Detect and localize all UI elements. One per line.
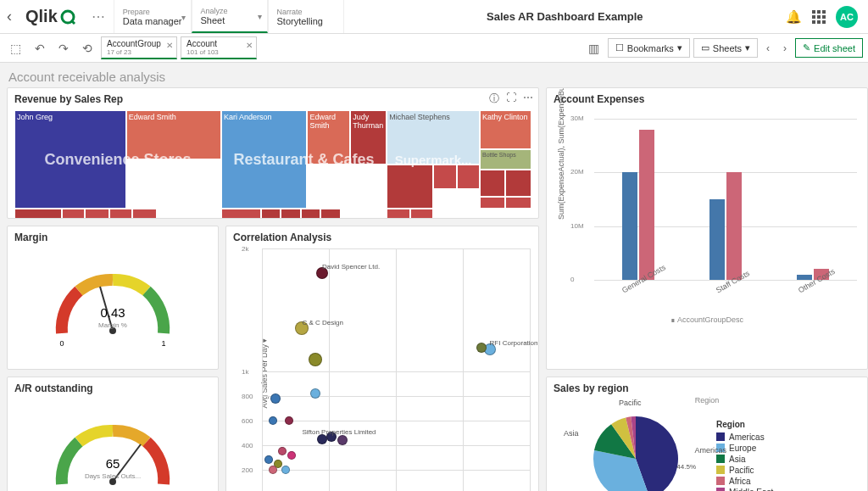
selection-tool-icon[interactable]: ⬚ bbox=[5, 38, 26, 59]
treemap-cell[interactable]: Kathy Clinton bbox=[480, 110, 531, 149]
treemap-cell[interactable]: Judy Thurman bbox=[350, 110, 387, 165]
bar[interactable] bbox=[639, 130, 654, 280]
legend-item[interactable]: Americas bbox=[716, 432, 773, 442]
treemap-cell[interactable] bbox=[281, 209, 300, 219]
scatter-point[interactable] bbox=[287, 451, 296, 460]
bell-icon[interactable]: 🔔 bbox=[786, 9, 802, 25]
brand-logo[interactable]: Qlik bbox=[19, 7, 83, 26]
treemap-cell[interactable]: John Greg bbox=[14, 110, 126, 209]
treemap-cell[interactable] bbox=[221, 209, 261, 219]
back-button[interactable]: ‹ bbox=[0, 8, 19, 25]
treemap-cell[interactable]: Edward Smith bbox=[307, 110, 350, 165]
nav-tabs: Prepare Data manager ▾ Analyze Sheet ▾ N… bbox=[114, 0, 344, 33]
svg-text:Days Sales Outs...: Days Sales Outs... bbox=[85, 472, 141, 480]
info-icon[interactable]: ⓘ bbox=[489, 92, 499, 106]
dashboard-title: Sales AR Dashboard Example bbox=[344, 10, 786, 23]
selections-toolbar: ⬚ ↶ ↷ ⟲ AccountGroup 17 of 23 ✕ Account … bbox=[0, 34, 868, 63]
scatter-point[interactable] bbox=[269, 416, 277, 425]
treemap-cell[interactable]: Michael Stephens bbox=[387, 110, 480, 165]
bar[interactable] bbox=[726, 172, 742, 280]
margin-gauge: 0.43 Margin % 0 1 bbox=[41, 253, 185, 354]
treemap-cell[interactable]: Kari Anderson bbox=[221, 110, 307, 209]
treemap-cell[interactable] bbox=[457, 165, 480, 189]
treemap-cell[interactable] bbox=[387, 165, 433, 209]
card-title: Account Expenses bbox=[547, 88, 867, 110]
tab-analyze[interactable]: Analyze Sheet ▾ bbox=[192, 0, 268, 33]
scatter-point[interactable] bbox=[278, 447, 287, 455]
legend-item[interactable]: Middle East bbox=[716, 488, 773, 492]
treemap-cell[interactable]: Edward Smith bbox=[126, 110, 221, 159]
clear-selections-icon[interactable]: ⟲ bbox=[77, 38, 97, 59]
treemap-cell[interactable] bbox=[320, 209, 340, 219]
step-back-icon[interactable]: ↶ bbox=[30, 38, 50, 59]
next-sheet-button[interactable]: › bbox=[778, 39, 792, 58]
scatter-point[interactable] bbox=[285, 416, 293, 425]
scatter-plot[interactable]: 2004006008001k1.2k1.4k1.6k1.8k2k050k100k… bbox=[262, 248, 530, 491]
more-icon[interactable]: ⋯ bbox=[83, 8, 114, 25]
selection-account[interactable]: Account 101 of 103 ✕ bbox=[181, 36, 257, 59]
tab-narrate[interactable]: Narrate Storytelling bbox=[268, 0, 344, 33]
legend-item[interactable]: Asia bbox=[716, 455, 773, 464]
treemap-cell[interactable] bbox=[505, 170, 531, 197]
card-title: Correlation Analysis bbox=[226, 226, 538, 248]
treemap-cell[interactable] bbox=[132, 209, 157, 219]
qlik-q-icon bbox=[59, 8, 76, 25]
scatter-point[interactable] bbox=[337, 435, 348, 445]
account-expenses-card[interactable]: Account Expenses Sum(ExpenseActual), Sum… bbox=[546, 87, 868, 370]
close-icon[interactable]: ✕ bbox=[166, 41, 173, 50]
card-title: A/R outstanding bbox=[8, 377, 218, 399]
treemap-cell[interactable]: Bottle Shops bbox=[480, 149, 531, 169]
pie-chart[interactable]: Americas 44.5% Europe 33.7% Asia Pacific bbox=[581, 404, 691, 491]
ar-outstanding-card[interactable]: A/R outstanding 65 Days Sales Outs... 0 … bbox=[7, 377, 219, 491]
sheets-button[interactable]: ▭ Sheets ▾ bbox=[693, 38, 758, 58]
chevron-down-icon: ▾ bbox=[181, 12, 186, 21]
treemap-cell[interactable] bbox=[480, 170, 506, 197]
svg-text:0.43: 0.43 bbox=[100, 305, 125, 320]
treemap-cell[interactable] bbox=[410, 209, 433, 219]
ar-gauge: 65 Days Sales Outs... 0 100 bbox=[41, 404, 185, 491]
scatter-point[interactable] bbox=[309, 353, 322, 366]
bar[interactable] bbox=[622, 172, 637, 280]
treemap-cell[interactable] bbox=[387, 209, 409, 219]
more-icon[interactable]: ⋯ bbox=[523, 92, 533, 106]
y-axis-label: Sum(ExpenseActual), Sum(ExpenseBudget) bbox=[557, 204, 565, 220]
treemap-cell[interactable] bbox=[301, 209, 320, 219]
close-icon[interactable]: ✕ bbox=[246, 41, 253, 50]
scatter-point[interactable] bbox=[270, 393, 281, 404]
legend-item[interactable]: Pacific bbox=[716, 466, 773, 475]
treemap-cell[interactable] bbox=[109, 209, 132, 219]
insight-icon[interactable]: ▥ bbox=[583, 38, 604, 59]
apps-grid-icon[interactable] bbox=[812, 10, 826, 24]
dashboard-grid: Revenue by Sales Rep ⓘ ⛶ ⋯ John Greg Edw… bbox=[0, 87, 868, 491]
expenses-bar-chart[interactable]: Sum(ExpenseActual), Sum(ExpenseBudget) 3… bbox=[547, 110, 867, 314]
treemap-chart[interactable]: John Greg Edward Smith Convenience Store… bbox=[14, 110, 531, 209]
bar[interactable] bbox=[709, 199, 725, 280]
scatter-point[interactable] bbox=[269, 466, 277, 474]
edit-sheet-button[interactable]: ✎ Edit sheet bbox=[795, 38, 863, 58]
avatar[interactable]: AC bbox=[836, 6, 858, 28]
margin-gauge-card[interactable]: Margin 0.43 Margin % 0 1 bbox=[7, 226, 219, 370]
scatter-annotation: C & C Design bbox=[302, 319, 342, 326]
step-forward-icon[interactable]: ↷ bbox=[53, 38, 74, 59]
treemap-cell[interactable] bbox=[480, 197, 506, 209]
treemap-cell[interactable] bbox=[62, 209, 85, 219]
pie-legend: Region AmericasEuropeAsiaPacificAfricaMi… bbox=[716, 420, 773, 492]
treemap-cell[interactable] bbox=[261, 209, 281, 219]
correlation-card[interactable]: Correlation Analysis Avg Sales Per Day ▾… bbox=[225, 226, 539, 491]
treemap-cell[interactable] bbox=[433, 165, 456, 189]
revenue-treemap-card[interactable]: Revenue by Sales Rep ⓘ ⛶ ⋯ John Greg Edw… bbox=[7, 87, 539, 219]
bookmarks-button[interactable]: ☐ Bookmarks ▾ bbox=[608, 38, 690, 58]
selection-accountgroup[interactable]: AccountGroup 17 of 23 ✕ bbox=[101, 36, 177, 59]
sales-region-card[interactable]: Sales by region Region Americas 44.5% Eu… bbox=[546, 377, 868, 491]
x-axis-label: AccountGroupDesc bbox=[677, 315, 743, 324]
fullscreen-icon[interactable]: ⛶ bbox=[506, 92, 516, 106]
legend-item[interactable]: Africa bbox=[716, 477, 773, 486]
prev-sheet-button[interactable]: ‹ bbox=[761, 39, 775, 58]
brand-text: Qlik bbox=[25, 7, 58, 26]
top-bar: ‹ Qlik ⋯ Prepare Data manager ▾ Analyze … bbox=[0, 0, 868, 34]
treemap-cell[interactable] bbox=[14, 209, 62, 219]
treemap-cell[interactable] bbox=[505, 197, 531, 209]
treemap-cell[interactable] bbox=[85, 209, 109, 219]
page-title: Account receivable analysis bbox=[0, 63, 868, 87]
tab-prepare[interactable]: Prepare Data manager ▾ bbox=[114, 0, 192, 33]
